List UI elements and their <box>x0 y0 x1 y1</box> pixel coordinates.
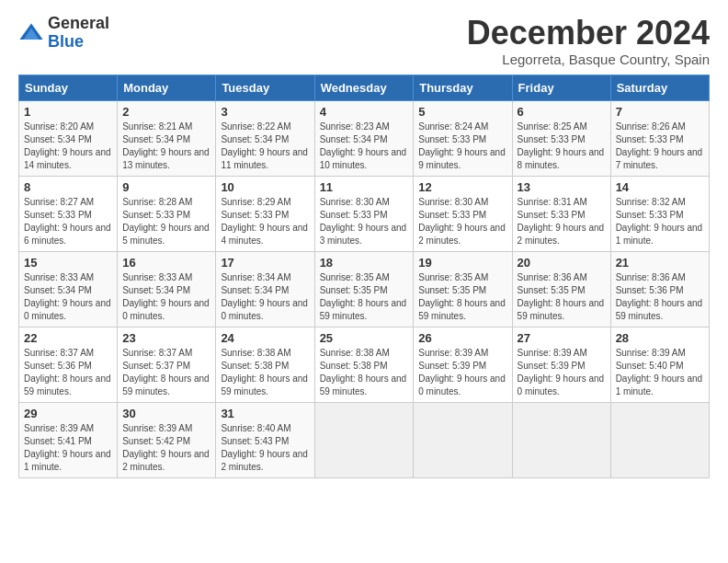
day-number: 17 <box>221 256 309 270</box>
calendar-week-row: 29 Sunrise: 8:39 AM Sunset: 5:41 PM Dayl… <box>19 402 710 477</box>
day-info: Sunrise: 8:35 AM Sunset: 5:35 PM Dayligh… <box>418 271 506 323</box>
table-row: 29 Sunrise: 8:39 AM Sunset: 5:41 PM Dayl… <box>19 402 118 477</box>
day-number: 23 <box>122 331 210 345</box>
table-row: 21 Sunrise: 8:36 AM Sunset: 5:36 PM Dayl… <box>610 251 709 327</box>
day-info: Sunrise: 8:39 AM Sunset: 5:42 PM Dayligh… <box>122 422 210 474</box>
day-number: 22 <box>24 331 112 345</box>
day-info: Sunrise: 8:21 AM Sunset: 5:34 PM Dayligh… <box>122 121 210 172</box>
table-row: 14 Sunrise: 8:32 AM Sunset: 5:33 PM Dayl… <box>610 176 709 251</box>
day-number: 25 <box>320 331 409 345</box>
table-row: 22 Sunrise: 8:37 AM Sunset: 5:36 PM Dayl… <box>19 327 118 402</box>
day-info: Sunrise: 8:39 AM Sunset: 5:41 PM Dayligh… <box>24 422 112 474</box>
table-row: 23 Sunrise: 8:37 AM Sunset: 5:37 PM Dayl… <box>118 327 216 402</box>
day-info: Sunrise: 8:22 AM Sunset: 5:34 PM Dayligh… <box>221 121 309 172</box>
day-number: 19 <box>418 256 506 270</box>
table-row: 25 Sunrise: 8:38 AM Sunset: 5:38 PM Dayl… <box>314 327 414 402</box>
day-info: Sunrise: 8:39 AM Sunset: 5:39 PM Dayligh… <box>418 347 506 398</box>
day-number: 30 <box>122 407 210 420</box>
day-number: 5 <box>418 105 506 119</box>
day-info: Sunrise: 8:25 AM Sunset: 5:33 PM Dayligh… <box>518 121 606 172</box>
table-row: 18 Sunrise: 8:35 AM Sunset: 5:35 PM Dayl… <box>314 251 414 327</box>
calendar-week-row: 8 Sunrise: 8:27 AM Sunset: 5:33 PM Dayli… <box>19 176 710 251</box>
table-row: 1 Sunrise: 8:20 AM Sunset: 5:34 PM Dayli… <box>19 100 118 176</box>
day-number: 16 <box>122 256 210 270</box>
col-wednesday: Wednesday <box>314 75 414 100</box>
day-number: 15 <box>24 256 112 270</box>
day-number: 9 <box>122 180 210 194</box>
table-row: 17 Sunrise: 8:34 AM Sunset: 5:34 PM Dayl… <box>216 251 314 327</box>
col-thursday: Thursday <box>414 75 512 100</box>
table-row: 11 Sunrise: 8:30 AM Sunset: 5:33 PM Dayl… <box>314 176 414 251</box>
day-info: Sunrise: 8:30 AM Sunset: 5:33 PM Dayligh… <box>320 196 409 247</box>
day-info: Sunrise: 8:30 AM Sunset: 5:33 PM Dayligh… <box>418 196 506 247</box>
day-number: 18 <box>320 256 409 270</box>
table-row: 5 Sunrise: 8:24 AM Sunset: 5:33 PM Dayli… <box>414 100 512 176</box>
title-block: December 2024 Legorreta, Basque Country,… <box>467 15 710 67</box>
col-friday: Friday <box>512 75 610 100</box>
table-row: 26 Sunrise: 8:39 AM Sunset: 5:39 PM Dayl… <box>414 327 512 402</box>
day-number: 3 <box>221 105 309 119</box>
day-number: 24 <box>221 331 309 345</box>
table-row: 6 Sunrise: 8:25 AM Sunset: 5:33 PM Dayli… <box>512 100 610 176</box>
col-monday: Monday <box>118 75 216 100</box>
day-number: 8 <box>24 180 112 194</box>
table-row: 4 Sunrise: 8:23 AM Sunset: 5:34 PM Dayli… <box>314 100 414 176</box>
table-row <box>512 402 610 477</box>
table-row: 19 Sunrise: 8:35 AM Sunset: 5:35 PM Dayl… <box>414 251 512 327</box>
calendar-week-row: 22 Sunrise: 8:37 AM Sunset: 5:36 PM Dayl… <box>19 327 710 402</box>
location-subtitle: Legorreta, Basque Country, Spain <box>467 52 710 67</box>
day-info: Sunrise: 8:33 AM Sunset: 5:34 PM Dayligh… <box>122 271 210 323</box>
day-info: Sunrise: 8:36 AM Sunset: 5:35 PM Dayligh… <box>518 271 606 323</box>
day-number: 14 <box>616 180 704 194</box>
calendar-table: Sunday Monday Tuesday Wednesday Thursday… <box>18 75 710 478</box>
table-row <box>314 402 414 477</box>
day-number: 13 <box>518 180 606 194</box>
day-info: Sunrise: 8:37 AM Sunset: 5:36 PM Dayligh… <box>24 347 112 398</box>
table-row: 24 Sunrise: 8:38 AM Sunset: 5:38 PM Dayl… <box>216 327 314 402</box>
table-row: 13 Sunrise: 8:31 AM Sunset: 5:33 PM Dayl… <box>512 176 610 251</box>
logo-icon <box>18 20 44 46</box>
day-info: Sunrise: 8:26 AM Sunset: 5:33 PM Dayligh… <box>616 121 704 172</box>
table-row: 7 Sunrise: 8:26 AM Sunset: 5:33 PM Dayli… <box>610 100 709 176</box>
logo-general-text: General <box>48 15 109 33</box>
day-info: Sunrise: 8:39 AM Sunset: 5:40 PM Dayligh… <box>616 347 704 398</box>
table-row: 8 Sunrise: 8:27 AM Sunset: 5:33 PM Dayli… <box>19 176 118 251</box>
day-info: Sunrise: 8:39 AM Sunset: 5:39 PM Dayligh… <box>518 347 606 398</box>
day-number: 2 <box>122 105 210 119</box>
logo: General Blue <box>18 15 109 52</box>
day-number: 7 <box>616 105 704 119</box>
day-info: Sunrise: 8:28 AM Sunset: 5:33 PM Dayligh… <box>122 196 210 247</box>
day-info: Sunrise: 8:31 AM Sunset: 5:33 PM Dayligh… <box>518 196 606 247</box>
day-info: Sunrise: 8:40 AM Sunset: 5:43 PM Dayligh… <box>221 422 309 474</box>
day-info: Sunrise: 8:34 AM Sunset: 5:34 PM Dayligh… <box>221 271 309 323</box>
table-row <box>610 402 709 477</box>
day-number: 28 <box>616 331 704 345</box>
table-row: 15 Sunrise: 8:33 AM Sunset: 5:34 PM Dayl… <box>19 251 118 327</box>
day-number: 26 <box>418 331 506 345</box>
day-info: Sunrise: 8:38 AM Sunset: 5:38 PM Dayligh… <box>320 347 409 398</box>
day-number: 10 <box>221 180 309 194</box>
day-number: 6 <box>518 105 606 119</box>
calendar-week-row: 15 Sunrise: 8:33 AM Sunset: 5:34 PM Dayl… <box>19 251 710 327</box>
day-info: Sunrise: 8:36 AM Sunset: 5:36 PM Dayligh… <box>616 271 704 323</box>
day-info: Sunrise: 8:33 AM Sunset: 5:34 PM Dayligh… <box>24 271 112 323</box>
logo-blue-text: Blue <box>48 33 109 52</box>
page-header: General Blue December 2024 Legorreta, Ba… <box>18 15 710 67</box>
day-number: 27 <box>518 331 606 345</box>
day-number: 12 <box>418 180 506 194</box>
table-row: 3 Sunrise: 8:22 AM Sunset: 5:34 PM Dayli… <box>216 100 314 176</box>
table-row: 2 Sunrise: 8:21 AM Sunset: 5:34 PM Dayli… <box>118 100 216 176</box>
calendar-header-row: Sunday Monday Tuesday Wednesday Thursday… <box>19 75 710 100</box>
day-number: 21 <box>616 256 704 270</box>
day-number: 31 <box>221 407 309 420</box>
day-info: Sunrise: 8:32 AM Sunset: 5:33 PM Dayligh… <box>616 196 704 247</box>
table-row: 27 Sunrise: 8:39 AM Sunset: 5:39 PM Dayl… <box>512 327 610 402</box>
day-number: 11 <box>320 180 409 194</box>
col-tuesday: Tuesday <box>216 75 314 100</box>
day-info: Sunrise: 8:35 AM Sunset: 5:35 PM Dayligh… <box>320 271 409 323</box>
day-info: Sunrise: 8:37 AM Sunset: 5:37 PM Dayligh… <box>122 347 210 398</box>
col-sunday: Sunday <box>19 75 118 100</box>
day-number: 29 <box>24 407 112 420</box>
table-row: 9 Sunrise: 8:28 AM Sunset: 5:33 PM Dayli… <box>118 176 216 251</box>
table-row: 31 Sunrise: 8:40 AM Sunset: 5:43 PM Dayl… <box>216 402 314 477</box>
